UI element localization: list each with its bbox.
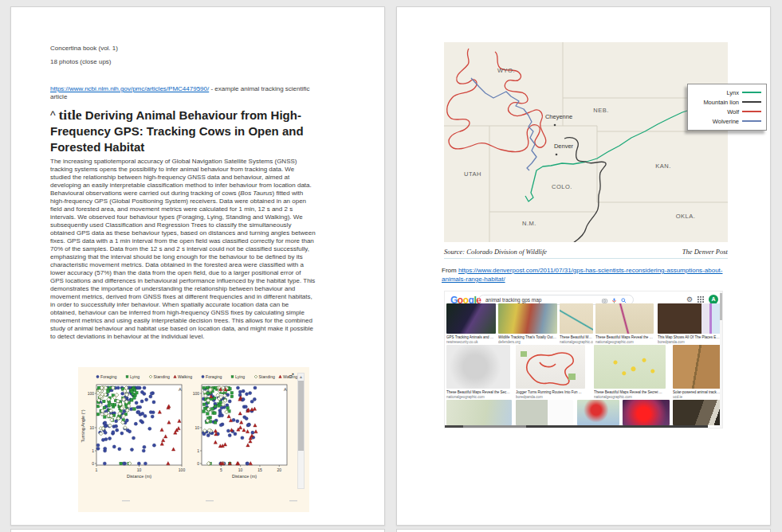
result-thumb-jogger-route <box>516 345 585 389</box>
result-thumb-gps-wildlife <box>446 303 496 334</box>
result-thumb-landcover-map <box>498 303 557 334</box>
result-thumb-giraffe-tracker <box>673 345 721 389</box>
meta-line-1: Concertina book (vol. 1) <box>50 45 118 52</box>
ncbi-article-link[interactable]: https://www.ncbi.nlm.nih.gov/pmc/article… <box>50 85 209 92</box>
caret-mark: ^ <box>50 109 58 122</box>
legend-row-lynx: Lynx <box>691 88 761 97</box>
svg-text:Standing: Standing <box>154 374 171 379</box>
result-thumb-bear-eagles <box>658 303 721 334</box>
camera-icon <box>602 298 607 303</box>
result-caption: Wildlife Tracking That's Totally Out of … <box>498 335 557 344</box>
svg-text:0: 0 <box>92 461 94 466</box>
result-thumb-map-charts-card <box>516 400 573 425</box>
next-page-peek-left <box>10 529 385 532</box>
svg-text:15: 15 <box>257 467 262 472</box>
svg-text:A: A <box>284 387 287 392</box>
legend-label-wolverine: Wolverine <box>713 118 739 125</box>
map-legend-box: Lynx Mountain lion Wolf Wolverine <box>687 84 767 131</box>
result-thumb-island-map <box>446 400 512 425</box>
svg-text:Turning Angle (°): Turning Angle (°) <box>81 409 85 442</box>
scroll-up-arrow-icon: ▲ <box>298 374 304 380</box>
svg-text:20: 20 <box>277 467 281 472</box>
google-image-search-screenshot[interactable]: Google animal tracking gps map <box>444 291 723 428</box>
legend-line-wolf <box>742 111 761 112</box>
svg-text:10: 10 <box>137 467 142 472</box>
map-svg: WYO. NEB. UTAH COLO. KAN. N.M. OKLA. Che… <box>444 42 728 242</box>
legend-line-mountain-lion <box>742 101 761 103</box>
result-caption: This Map Shows All Of The Places Eagles … <box>658 335 721 344</box>
svg-text:10: 10 <box>238 467 243 472</box>
figure-scrollbar: ▲ <box>297 373 305 489</box>
svg-text:Standing: Standing <box>259 374 276 379</box>
svg-text:10: 10 <box>89 425 94 430</box>
label-utah: UTAH <box>464 170 481 178</box>
search-pill-icons <box>602 298 627 303</box>
denver-city-dot <box>556 154 558 156</box>
wildlife-tracking-map-image[interactable]: WYO. NEB. UTAH COLO. KAN. N.M. OKLA. Che… <box>444 42 728 242</box>
search-icon <box>621 298 627 303</box>
result-caption: These Beautiful Maps Reveal the Secret .… <box>595 335 654 344</box>
jogger-route-scribble <box>516 345 585 389</box>
result-thumb-heatmap <box>623 400 670 425</box>
label-cheyenne: Cheyenne <box>545 113 572 120</box>
result-thumb-natgeo-map-2 <box>595 303 654 334</box>
svg-text:100: 100 <box>179 467 186 472</box>
label-newmexico: N.M. <box>522 220 536 227</box>
result-caption: These Beautiful Maps Reveal the Secret .… <box>446 390 510 399</box>
legend-label-wolf: Wolf <box>727 108 739 115</box>
scatter-figure-svg: ForagingLyingStandingWalking011010011010… <box>78 367 309 512</box>
denverpost-link-line: From https://www.denverpost.com/2011/07/… <box>442 267 729 284</box>
result-caption: Jogger Turns Running Routes Into Fun ...… <box>516 390 585 399</box>
svg-text:100: 100 <box>193 391 200 396</box>
abstract-part2: ) fitted with high-frequency GPS (Global… <box>50 190 316 340</box>
result-thumb-cow-phone <box>673 400 721 425</box>
svg-text:1: 1 <box>197 448 199 453</box>
title-tag: title <box>58 107 81 123</box>
legend-row-wolverine: Wolverine <box>691 116 761 126</box>
google-scrollbar <box>720 291 723 428</box>
google-horizontal-scrollbar <box>445 425 708 428</box>
legend-line-wolverine <box>742 120 761 122</box>
result-thumb-natgeo-map-3 <box>594 345 666 389</box>
svg-text:1: 1 <box>96 467 98 472</box>
label-wyoming: WYO. <box>497 67 515 74</box>
label-denver: Denver <box>554 143 574 150</box>
svg-text:Distance (m): Distance (m) <box>232 474 257 479</box>
result-caption: These Beautiful Maps Reveal the Secret .… <box>594 390 666 399</box>
svg-text:Foraging: Foraging <box>206 374 222 379</box>
legend-row-wolf: Wolf <box>691 107 761 116</box>
legend-line-lynx <box>742 92 761 93</box>
result-caption: Solar-powered animal tracker transfo...u… <box>673 390 721 399</box>
svg-text:Distance (m): Distance (m) <box>127 474 151 479</box>
svg-text:10: 10 <box>195 425 199 430</box>
result-thumb-antarctica-map <box>446 345 510 389</box>
legend-row-mountain-lion: Mountain lion <box>691 97 761 107</box>
title-text: Deriving Animal Behaviour from High-Freq… <box>50 108 304 154</box>
map-source-line: Source: Colorado Division of Wildlife Th… <box>444 248 728 259</box>
label-nebraska: NEB. <box>593 107 609 114</box>
result-thumb-natgeo-map-1 <box>560 303 593 334</box>
google-scrollbar-thumb <box>720 293 723 320</box>
document-page-1: Concertina book (vol. 1) 18 photos (clos… <box>10 6 385 526</box>
label-colorado: COLO. <box>552 183 572 190</box>
scatter-figure-image[interactable]: ForagingLyingStandingWalking011010011010… <box>78 367 309 512</box>
map-credit-text: The Denver Post <box>682 248 728 256</box>
svg-text:Lying: Lying <box>130 374 140 379</box>
map-source-text: Source: Colorado Division of Wildlife <box>444 248 547 256</box>
label-kansas: KAN. <box>655 162 671 170</box>
abstract-paragraph: The increasing spatiotemporal accuracy o… <box>50 158 316 341</box>
male-symbol-cursor-icon: ♂ <box>287 369 296 381</box>
next-page-peek-right <box>396 529 771 532</box>
mic-icon <box>611 298 617 303</box>
from-prefix: From <box>442 267 458 274</box>
legend-label-lynx: Lynx <box>726 89 739 96</box>
legend-label-mountain-lion: Mountain lion <box>703 99 739 106</box>
svg-text:100: 100 <box>88 391 95 396</box>
svg-text:0: 0 <box>197 461 199 466</box>
result-caption: These Beautiful Maps ...nationalgeograph… <box>560 335 593 344</box>
document-page-2: WYO. NEB. UTAH COLO. KAN. N.M. OKLA. Che… <box>396 6 771 526</box>
denverpost-link[interactable]: https://www.denverpost.com/2011/07/31/gp… <box>442 267 722 283</box>
label-oklahoma: OKLA. <box>676 213 696 220</box>
cheyenne-city-dot <box>554 124 556 127</box>
svg-text:Foraging: Foraging <box>100 374 117 379</box>
